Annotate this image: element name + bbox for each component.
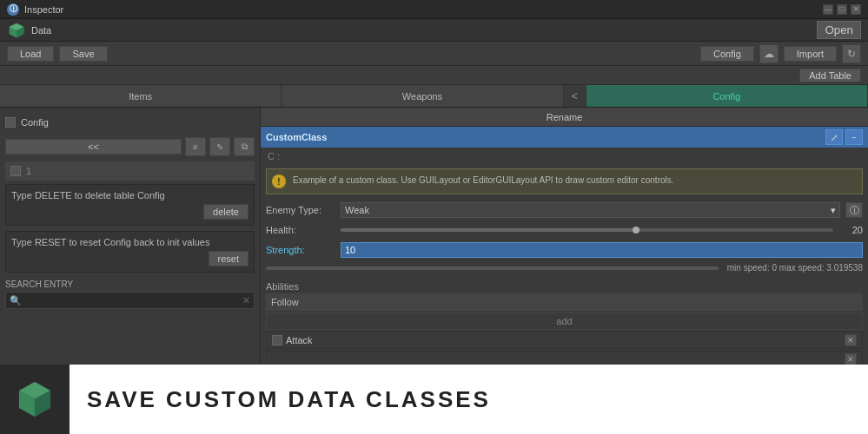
toolbar-right: Config ☁ Import ↻ [700, 44, 861, 63]
search-section: SEARCH ENTRY 🔍 ✕ [5, 279, 255, 309]
rename-button[interactable]: Rename [266, 112, 863, 122]
delete-label: Type DELETE to delete table Config [11, 190, 248, 201]
search-input-row: 🔍 ✕ [5, 292, 255, 309]
speed-slider[interactable] [266, 266, 719, 270]
secondary-bar: Data Open [0, 19, 868, 42]
custom-class-label: CustomClass [266, 132, 327, 142]
health-slider-track[interactable] [341, 228, 833, 232]
health-label: Health: [266, 225, 335, 235]
enemy-type-label: Enemy Type: [266, 205, 335, 215]
title-bar-title: Inspector [24, 4, 63, 15]
info-box: ! Example of a custom class. Use GUILayo… [266, 168, 863, 194]
strength-row: Strength: 10 [266, 241, 863, 259]
attack2-remove-button[interactable]: ✕ [845, 353, 857, 365]
dropdown-arrow-icon: ▾ [831, 205, 836, 216]
add-button[interactable]: add [266, 312, 863, 330]
attack-checkbox[interactable] [272, 335, 282, 345]
cloud-icon: ☁ [759, 44, 779, 63]
maximize-button[interactable]: □ [837, 4, 847, 15]
secondary-icons: Open [817, 21, 861, 39]
abilities-header: Abilities [266, 281, 863, 292]
health-value: 20 [837, 225, 863, 235]
save-button[interactable]: Save [59, 46, 107, 62]
load-button[interactable]: Load [7, 46, 54, 62]
info-button[interactable]: ⓘ [845, 202, 863, 218]
secondary-title: Data [31, 25, 51, 36]
config-header: Config [5, 113, 255, 132]
open-button[interactable]: Open [817, 21, 861, 39]
banner-text: SAVE CUSTOM DATA CLASSES [87, 386, 491, 413]
search-input[interactable] [25, 295, 242, 306]
tab-arrow[interactable]: < [564, 85, 586, 107]
minus-icon[interactable]: − [845, 129, 863, 145]
add-table-button[interactable]: Add Table [799, 69, 861, 82]
speed-row: min speed: 0 max speed: 3.019538 [266, 261, 863, 274]
close-button[interactable]: ✕ [851, 4, 861, 15]
attack-row: Attack ✕ [266, 332, 863, 349]
title-bar-controls: — □ ✕ [823, 4, 861, 15]
delete-button[interactable]: delete [203, 204, 248, 220]
back-button[interactable]: << [5, 139, 182, 155]
health-row: Health: 20 [266, 221, 863, 239]
config-button[interactable]: Config [700, 46, 754, 62]
nav-row: << ≡ ✎ ⧉ [5, 135, 255, 158]
import-button[interactable]: Import [784, 46, 837, 62]
search-clear-icon[interactable]: ✕ [242, 295, 250, 306]
enemy-type-dropdown[interactable]: Weak ▾ [341, 202, 840, 218]
edit-icon[interactable]: ✎ [209, 137, 230, 156]
follow-item: Follow [266, 293, 863, 311]
strength-input[interactable]: 10 [341, 242, 863, 258]
tab-items[interactable]: Items [0, 85, 282, 107]
title-bar: ⓘ Inspector — □ ✕ [0, 0, 868, 19]
copy-icon[interactable]: ⧉ [234, 137, 255, 156]
info-icon: ⓘ [7, 3, 19, 16]
c-row: C : [261, 148, 868, 165]
custom-class-row: CustomClass ⤢ − [261, 127, 868, 148]
tab-config[interactable]: Config [586, 85, 868, 107]
delete-section: Type DELETE to delete table Config delet… [5, 184, 255, 226]
tabs-row: Items Weapons < Config [0, 85, 868, 108]
info-text: Example of a custom class. Use GUILayout… [293, 174, 674, 186]
reset-button[interactable]: reset [209, 251, 248, 266]
fields-area: Enemy Type: Weak ▾ ⓘ Health: 20 [261, 198, 868, 278]
secondary-left: Data [7, 21, 51, 40]
attack-remove-button[interactable]: ✕ [845, 334, 857, 346]
attack-label: Attack [282, 335, 845, 345]
config-checkbox[interactable] [5, 117, 16, 128]
health-slider-fill [341, 228, 636, 232]
main-toolbar: Load Save Config ☁ Import ↻ [0, 42, 868, 66]
search-label: SEARCH ENTRY [5, 279, 255, 289]
speed-text: min speed: 0 max speed: 3.019538 [727, 263, 863, 273]
add-table-bar: Add Table [0, 66, 868, 85]
warning-icon: ! [272, 174, 286, 188]
reset-section: Type RESET to reset Config back to init … [5, 231, 255, 273]
link-icon[interactable]: ⤢ [825, 129, 843, 145]
reset-label: Type RESET to reset Config back to init … [11, 237, 248, 247]
rename-bar: Rename [261, 108, 868, 127]
config-label: Config [21, 117, 49, 128]
strength-label: Strength: [266, 245, 335, 255]
search-icon: 🔍 [10, 295, 22, 306]
health-slider-thumb[interactable] [633, 227, 639, 233]
cube-icon [7, 21, 26, 40]
abilities-section: Abilities Follow add Attack ✕ ✕ [261, 278, 868, 373]
minimize-button[interactable]: — [823, 4, 833, 15]
banner-cube-icon [0, 365, 70, 434]
custom-class-icons: ⤢ − [825, 129, 863, 145]
row-checkbox[interactable] [10, 166, 21, 176]
row-number: 1 [5, 161, 255, 181]
enemy-type-row: Enemy Type: Weak ▾ ⓘ [266, 201, 863, 219]
tab-weapons[interactable]: Weapons [282, 85, 563, 107]
health-slider: 20 [341, 225, 863, 235]
refresh-icon[interactable]: ↻ [842, 44, 861, 63]
bottom-banner: SAVE CUSTOM DATA CLASSES [0, 365, 868, 434]
list-icon[interactable]: ≡ [185, 137, 206, 156]
title-bar-left: ⓘ Inspector [7, 3, 63, 16]
